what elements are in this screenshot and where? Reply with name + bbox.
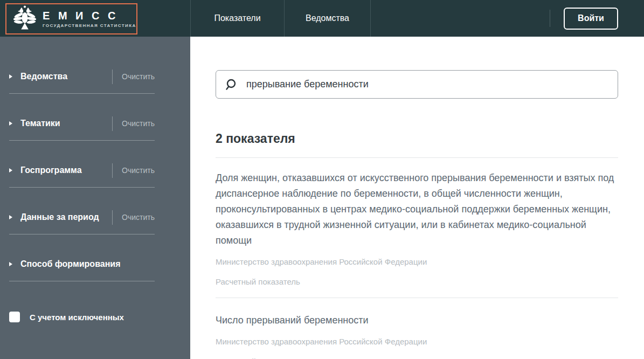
filter-topics[interactable]: Тематики Очистить (9, 118, 155, 129)
coat-of-arms-eagle-icon (13, 5, 36, 32)
divider (9, 281, 155, 281)
filters-sidebar: Ведомства Очистить Тематики Очистить Гос… (0, 37, 190, 359)
results-count-heading: 2 показателя (216, 132, 618, 146)
divider (9, 234, 155, 234)
divider (9, 140, 155, 141)
filter-gosprogram[interactable]: Госпрограмма Очистить (9, 165, 155, 176)
filter-section-topics: Тематики Очистить (9, 118, 155, 141)
filter-period[interactable]: Данные за период Очистить (9, 212, 155, 223)
chevron-right-icon (9, 168, 12, 172)
include-excluded-label: С учетом исключенных (30, 313, 124, 322)
divider (9, 93, 155, 94)
filter-label: Ведомства (20, 72, 112, 81)
clear-filter-button[interactable]: Очистить (122, 72, 155, 81)
logo-title: Е М И С С (43, 10, 136, 22)
main-nav: Показатели Ведомства (190, 0, 371, 37)
filter-section-period: Данные за период Очистить (9, 212, 155, 234)
header-separator (550, 10, 550, 27)
page-layout: Ведомства Очистить Тематики Очистить Гос… (0, 37, 644, 359)
filter-section-method: Способ формирования (9, 259, 155, 281)
result-item: Доля женщин, отказавшихся от искусственн… (216, 170, 618, 286)
filter-separator (112, 163, 113, 178)
result-kind: Расчетный показатель (216, 357, 618, 359)
result-agency: Министерство здравоохранения Российской … (216, 257, 618, 266)
logo-subtitle: ГОСУДАРСТВЕННАЯ СТАТИСТИКА (43, 23, 136, 28)
filter-section-agencies: Ведомства Очистить (9, 71, 155, 94)
clear-filter-button[interactable]: Очистить (122, 213, 155, 222)
divider (216, 157, 618, 158)
filter-agencies[interactable]: Ведомства Очистить (9, 71, 155, 82)
filter-label: Данные за период (20, 212, 112, 222)
filter-label: Госпрограмма (20, 165, 112, 175)
chevron-right-icon (9, 121, 12, 126)
search-icon (225, 78, 238, 91)
include-excluded-row[interactable]: С учетом исключенных (9, 312, 190, 322)
nav-item-indicators[interactable]: Показатели (191, 0, 285, 37)
login-button[interactable]: Войти (564, 8, 618, 30)
divider (9, 187, 155, 188)
filter-method[interactable]: Способ формирования (9, 259, 155, 270)
filter-separator (112, 70, 113, 84)
include-excluded-checkbox[interactable] (9, 312, 20, 322)
clear-filter-button[interactable]: Очистить (122, 119, 155, 128)
chevron-right-icon (9, 262, 12, 266)
filter-separator (112, 210, 113, 225)
result-agency: Министерство здравоохранения Российской … (216, 337, 618, 346)
filter-label: Тематики (20, 119, 112, 128)
main-content: 2 показателя Доля женщин, отказавшихся о… (190, 37, 644, 359)
result-item: Число прерываний беременности Министерст… (216, 313, 618, 359)
logo-text: Е М И С С ГОСУДАРСТВЕННАЯ СТАТИСТИКА (43, 10, 136, 28)
filter-section-gosprogram: Госпрограмма Очистить (9, 165, 155, 188)
search-input[interactable] (246, 79, 608, 90)
logo-area: Е М И С С ГОСУДАРСТВЕННАЯ СТАТИСТИКА (0, 0, 190, 37)
chevron-right-icon (9, 215, 12, 219)
result-kind: Расчетный показатель (216, 277, 618, 286)
filter-separator (112, 116, 113, 131)
clear-filter-button[interactable]: Очистить (122, 166, 155, 175)
divider (216, 298, 618, 298)
search-box (216, 70, 618, 99)
header-right: Войти (550, 0, 644, 37)
emiss-logo[interactable]: Е М И С С ГОСУДАРСТВЕННАЯ СТАТИСТИКА (5, 3, 137, 34)
chevron-right-icon (9, 74, 12, 79)
nav-item-agencies[interactable]: Ведомства (285, 0, 371, 37)
filter-label: Способ формирования (20, 259, 155, 269)
result-title-link[interactable]: Число прерываний беременности (216, 313, 618, 328)
result-title-link[interactable]: Доля женщин, отказавшихся от искусственн… (216, 170, 618, 248)
top-header: Е М И С С ГОСУДАРСТВЕННАЯ СТАТИСТИКА Пок… (0, 0, 644, 37)
